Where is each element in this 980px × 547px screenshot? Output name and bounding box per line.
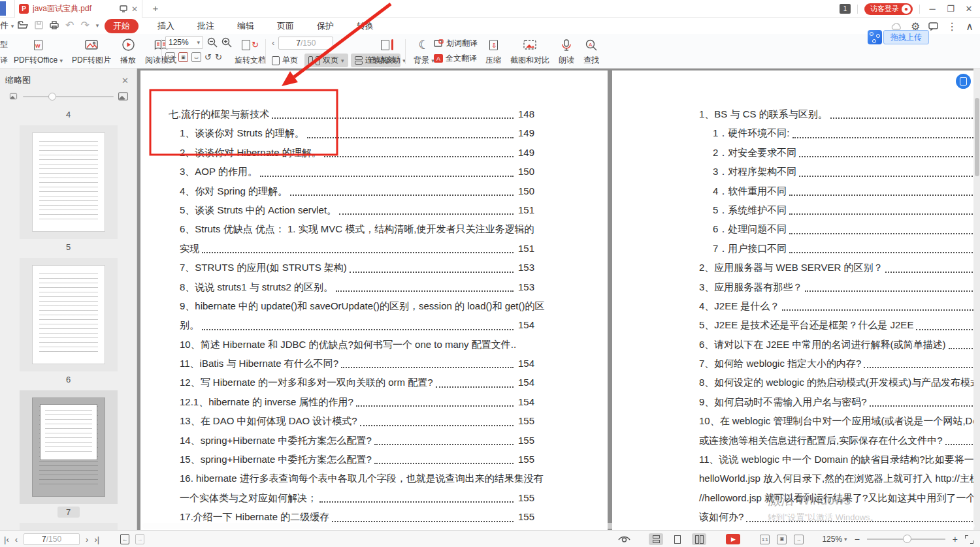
toc-item[interactable]: 7、如何给 weblogic 指定大小的内存?	[699, 354, 980, 373]
toc-item[interactable]: 6．处理问题不同	[699, 219, 980, 238]
status-page-input[interactable]: 7/150	[24, 533, 80, 545]
thumbnail-page-7[interactable]	[20, 390, 118, 504]
toc-item[interactable]: 3．对程序架构不同	[699, 162, 980, 181]
new-tab-button[interactable]: +	[149, 2, 162, 15]
toc-item[interactable]: 14、spring+Hibernate 中委托方案怎么配置?155	[169, 431, 534, 450]
file-menu-partial[interactable]: 件 ▾	[0, 20, 14, 31]
toc-item[interactable]: 16. hibernate 进行多表查询每个表中各取几个字段，也就是说查询出来的…	[169, 469, 534, 507]
tab-count-badge[interactable]: 1	[840, 4, 851, 14]
thumbnail-page-6[interactable]	[20, 258, 118, 371]
compress-button[interactable]: ⇩ 压缩	[481, 36, 506, 67]
wps-cloud-icon[interactable]	[868, 30, 882, 44]
toc-item[interactable]: 2、应用服务器与 WEB SERVER 的区别？	[699, 258, 980, 277]
vertical-scrollbar[interactable]	[973, 69, 980, 530]
toc-item[interactable]: 10、在 weblogic 管理制台中对一个应用域(或者说是一个网站,Domai…	[699, 411, 980, 450]
single-page-button[interactable]: 单页	[268, 54, 302, 67]
menu-item-插入[interactable]: 插入	[154, 19, 178, 33]
zoom-decrease-icon[interactable]: −	[855, 534, 860, 544]
toc-item[interactable]: 5、J2EE 是技术还是平台还是框架？什么是 J2EE	[699, 315, 980, 334]
feedback-comment-icon[interactable]	[928, 22, 938, 31]
horizontal-scrollbar-track[interactable]	[576, 523, 975, 529]
zoom-increase-icon[interactable]: +	[953, 534, 958, 544]
pdf-to-image-button[interactable]: PDF转图片	[67, 36, 116, 67]
toc-item[interactable]: 1．硬件环境不同:	[699, 123, 980, 142]
menu-item-转换[interactable]: 转换	[353, 19, 378, 33]
toc-item[interactable]: 1、谈谈你对 Struts 的理解。149	[169, 123, 534, 142]
menu-item-页面[interactable]: 页面	[273, 19, 298, 33]
zoom-out-icon[interactable]	[207, 37, 218, 48]
toc-item[interactable]: 1、BS 与 CS 的联系与区别。	[699, 104, 980, 123]
toc-item[interactable]: 6、请对以下在 J2EE 中常用的名词进行解释(或简单描述)	[699, 335, 980, 354]
toc-item[interactable]: 8、说说 struts1 与 struts2 的区别。153	[169, 277, 534, 296]
toc-item[interactable]: 15、spring+Hibernate 中委托方案怎么配置?155	[169, 450, 534, 469]
fit-width-icon[interactable]: ▭	[191, 52, 201, 62]
toc-item[interactable]: 4、你对 Spring 的理解。150	[169, 181, 534, 200]
eye-protection-icon[interactable]	[618, 535, 630, 544]
thumbnail-size-slider[interactable]	[0, 89, 137, 106]
find-button[interactable]: A 查找	[579, 36, 604, 67]
toc-item[interactable]: 3、AOP 的作用。150	[169, 162, 534, 181]
minimize-button[interactable]: ─	[926, 4, 938, 14]
toc-item[interactable]: 5．系统维护不同	[699, 200, 980, 219]
toc-item[interactable]: 七.流行的框架与新技术148	[169, 104, 534, 123]
thumbnail-page-8[interactable]	[20, 523, 118, 530]
horizontal-scrollbar-thumb[interactable]	[142, 523, 430, 529]
fit-page-icon[interactable]: ▣	[178, 52, 188, 62]
status-single-page-toggle[interactable]	[670, 533, 685, 545]
undo-icon[interactable]: ↶	[65, 19, 74, 31]
toc-item[interactable]: 4．软件重用不同	[699, 181, 980, 200]
toc-item[interactable]: 2．对安全要求不同	[699, 143, 980, 162]
more-menu-icon[interactable]: ⋮	[947, 20, 957, 33]
slider-track[interactable]	[23, 96, 114, 97]
toc-item[interactable]: 12、写 Hibernate 的一对多和多对一双向关联的 orm 配置?154	[169, 373, 534, 392]
toc-item[interactable]: 10、简述 Hibernate 和 JDBC 的优缺点?如何书写一个 one t…	[169, 335, 534, 354]
zoom-slider-thumb[interactable]	[903, 535, 911, 543]
zoom-slider[interactable]	[867, 539, 945, 540]
status-actual-size-icon[interactable]: 1:1	[760, 535, 770, 544]
restore-button[interactable]: ❐	[945, 4, 956, 14]
pdf-to-office-button[interactable]: W PDF转Office ▾	[9, 36, 67, 67]
document-tab[interactable]: P java面试宝典.pdf ✕	[14, 0, 142, 18]
play-presentation-button[interactable]: 播放	[116, 36, 140, 67]
toc-item[interactable]: 7．用户接口不同	[699, 239, 980, 258]
toc-item[interactable]: 11、iBatis 与 Hibernate 有什么不同?154	[169, 354, 534, 373]
next-page-icon[interactable]: ›	[333, 36, 344, 50]
close-sidebar-icon[interactable]: ✕	[122, 76, 129, 86]
last-page-button[interactable]: ›|	[94, 535, 99, 544]
toc-item[interactable]: 6、Struts 优缺点 优点： 1. 实现 MVC 模式，结构清晰,使开发者只…	[169, 219, 534, 258]
first-page-button[interactable]: |‹	[4, 535, 9, 544]
toc-item[interactable]: 4、J2EE 是什么？	[699, 296, 980, 315]
save-icon[interactable]	[35, 21, 43, 29]
zoom-percent-combo[interactable]: 125%▾	[165, 36, 203, 49]
status-fit-page-icon[interactable]: ▣	[777, 535, 787, 544]
rotate-left-icon[interactable]: ↺	[204, 52, 212, 62]
vertical-scrollbar-thumb[interactable]	[975, 98, 979, 176]
status-continuous-toggle[interactable]	[649, 533, 663, 545]
next-view-button[interactable]: →	[135, 534, 144, 544]
rotate-document-button[interactable]: ↻ 旋转文档	[230, 36, 270, 67]
thumbnail-label-7[interactable]: 7	[57, 507, 80, 518]
toc-item[interactable]: 2、谈谈你对 Hibernate 的理解。149	[169, 143, 534, 162]
print-icon[interactable]	[50, 21, 59, 29]
thumbnail-page-5[interactable]	[20, 125, 118, 239]
thumbnail-label-6[interactable]: 6	[57, 374, 80, 385]
word-translate-button[interactable]: 划词翻译	[434, 38, 478, 49]
auto-scroll-button[interactable]: 自动滚动 ▾	[365, 36, 410, 67]
redo-icon[interactable]: ↷	[80, 19, 89, 31]
close-window-button[interactable]: ✕	[963, 4, 975, 14]
close-tab-icon[interactable]: ✕	[131, 5, 138, 13]
thumbnail-label-4[interactable]: 4	[57, 109, 80, 120]
toc-item[interactable]: 7、STRUTS 的应用(如 STRUTS 架构)153	[169, 258, 534, 277]
status-play-button[interactable]: ▶	[726, 534, 740, 544]
previous-page-button[interactable]: ‹	[15, 535, 18, 544]
menu-item-批注[interactable]: 批注	[193, 19, 218, 33]
fullscreen-icon[interactable]	[965, 535, 973, 544]
prev-page-icon[interactable]: ‹	[268, 36, 278, 50]
read-aloud-button[interactable]: 朗读	[554, 36, 579, 67]
toc-item[interactable]: 12.1、hibernate 的 inverse 属性的作用?154	[169, 392, 534, 411]
screenshot-compare-button[interactable]: 截图和对比	[506, 36, 554, 67]
pin-window-icon[interactable]	[120, 5, 127, 12]
toc-item[interactable]: 3、应用服务器有那些？	[699, 277, 980, 296]
collapse-ribbon-icon[interactable]: ∧	[966, 20, 973, 33]
full-translate-button[interactable]: A 全文翻译	[434, 53, 477, 64]
